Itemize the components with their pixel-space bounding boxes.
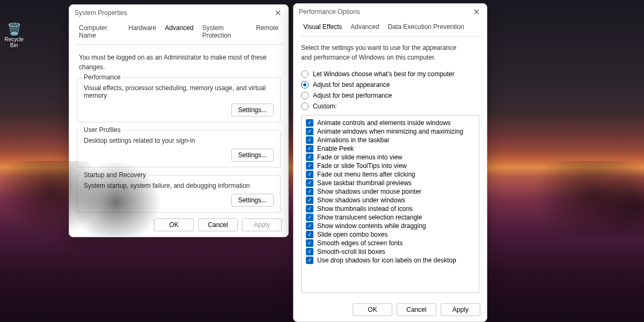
effect-item[interactable]: ✓Smooth-scroll list boxes xyxy=(306,247,474,256)
effect-item[interactable]: ✓Show shadows under mouse pointer xyxy=(306,187,474,196)
admin-notice: You must be logged on as an Administrato… xyxy=(79,53,281,72)
checkbox-icon: ✓ xyxy=(306,196,313,204)
radio-label: Adjust for best performance xyxy=(313,92,392,99)
radio-label: Let Windows choose what's best for my co… xyxy=(313,70,455,78)
checkbox-icon: ✓ xyxy=(306,153,313,161)
effect-item[interactable]: ✓Enable Peek xyxy=(306,144,474,153)
radio-icon xyxy=(301,103,309,110)
intro-text: Select the settings you want to use for … xyxy=(301,43,467,62)
group-legend: Performance xyxy=(82,74,123,81)
close-icon[interactable] xyxy=(472,7,481,17)
effect-label: Smooth-scroll list boxes xyxy=(317,248,385,255)
checkbox-icon: ✓ xyxy=(306,162,313,170)
effect-label: Fade or slide menus into view xyxy=(317,153,402,161)
effect-label: Fade out menu items after clicking xyxy=(317,171,415,178)
checkbox-icon: ✓ xyxy=(306,239,313,247)
recycle-bin-label: Recycle Bin xyxy=(4,36,24,48)
radio-icon xyxy=(301,81,309,89)
tab-system-protection[interactable]: System Protection xyxy=(198,21,252,45)
group-desc: System startup, system failure, and debu… xyxy=(84,181,274,194)
effect-item[interactable]: ✓Show shadows under windows xyxy=(306,196,474,204)
checkbox-icon: ✓ xyxy=(306,119,313,127)
cancel-button[interactable]: Cancel xyxy=(198,218,238,231)
checkbox-icon: ✓ xyxy=(306,257,313,264)
checkbox-icon: ✓ xyxy=(306,188,313,195)
perfopts-tabstrip: Visual Effects Advanced Data Execution P… xyxy=(294,18,487,36)
effect-label: Use drop shadows for icon labels on the … xyxy=(317,257,456,264)
effect-label: Animate controls and elements inside win… xyxy=(317,119,451,127)
startup-settings-button[interactable]: Settings... xyxy=(231,194,274,207)
effect-item[interactable]: ✓Animate controls and elements inside wi… xyxy=(306,119,474,127)
group-user-profiles: User Profiles Desktop settings related t… xyxy=(77,130,281,167)
tab-advanced[interactable]: Advanced xyxy=(160,21,197,45)
radio-icon xyxy=(301,92,309,99)
effect-item[interactable]: ✓Animations in the taskbar xyxy=(306,136,474,144)
checkbox-icon: ✓ xyxy=(306,171,313,178)
ok-button[interactable]: OK xyxy=(154,218,194,231)
group-startup-recovery: Startup and Recovery System startup, sys… xyxy=(77,175,281,213)
effect-item[interactable]: ✓Fade or slide menus into view xyxy=(306,153,474,162)
effect-label: Show shadows under windows xyxy=(317,196,405,204)
effect-label: Slide open combo boxes xyxy=(317,231,387,238)
effect-label: Show shadows under mouse pointer xyxy=(317,188,421,195)
performance-settings-button[interactable]: Settings... xyxy=(231,104,274,116)
trash-icon: 🗑️ xyxy=(2,23,26,36)
effect-item[interactable]: ✓Show window contents while dragging xyxy=(306,222,474,230)
checkbox-icon: ✓ xyxy=(306,128,313,135)
tab-computer-name[interactable]: Computer Name xyxy=(75,21,124,45)
radio-best-performance[interactable]: Adjust for best performance xyxy=(301,90,479,101)
tab-hardware[interactable]: Hardware xyxy=(124,21,160,45)
window-title: Performance Options xyxy=(299,8,360,16)
desktop-wallpaper: 🗑️ Recycle Bin System Properties Compute… xyxy=(0,0,644,322)
tab-remote[interactable]: Remote xyxy=(252,21,283,45)
group-legend: User Profiles xyxy=(82,126,123,134)
effect-label: Save taskbar thumbnail previews xyxy=(317,179,412,187)
radio-label: Custom: xyxy=(313,103,337,110)
system-properties-window: System Properties Computer Name Hardware… xyxy=(69,4,289,237)
checkbox-icon: ✓ xyxy=(306,214,313,221)
group-desc: Visual effects, processor scheduling, me… xyxy=(84,83,274,104)
effect-item[interactable]: ✓Fade out menu items after clicking xyxy=(306,170,474,179)
cancel-button[interactable]: Cancel xyxy=(397,303,436,316)
radio-label: Adjust for best appearance xyxy=(313,81,390,89)
close-icon[interactable] xyxy=(273,8,283,18)
checkbox-icon: ✓ xyxy=(306,248,313,255)
effect-item[interactable]: ✓Slide open combo boxes xyxy=(306,230,474,239)
sysprops-tabstrip: Computer Name Hardware Advanced System P… xyxy=(69,19,288,45)
effect-item[interactable]: ✓Show thumbnails instead of icons xyxy=(306,204,474,213)
effect-label: Animate windows when minimizing and maxi… xyxy=(317,128,463,135)
effect-item[interactable]: ✓Fade or slide ToolTips into view xyxy=(306,162,474,170)
visual-effects-listbox[interactable]: ✓Animate controls and elements inside wi… xyxy=(301,115,479,293)
effect-item[interactable]: ✓Animate windows when minimizing and max… xyxy=(306,127,474,136)
effect-label: Animations in the taskbar xyxy=(317,136,390,144)
apply-button[interactable]: Apply xyxy=(441,303,480,316)
radio-best-appearance[interactable]: Adjust for best appearance xyxy=(301,79,479,90)
effect-item[interactable]: ✓Smooth edges of screen fonts xyxy=(306,239,474,247)
performance-options-window: Performance Options Visual Effects Advan… xyxy=(293,3,487,322)
effect-label: Show translucent selection rectangle xyxy=(317,214,422,221)
radio-custom[interactable]: Custom: xyxy=(301,101,479,112)
effect-item[interactable]: ✓Show translucent selection rectangle xyxy=(306,213,474,222)
radio-auto[interactable]: Let Windows choose what's best for my co… xyxy=(301,69,479,79)
checkbox-icon: ✓ xyxy=(306,222,313,230)
effect-item[interactable]: ✓Save taskbar thumbnail previews xyxy=(306,179,474,187)
radio-icon xyxy=(301,70,309,78)
effect-item[interactable]: ✓Use drop shadows for icon labels on the… xyxy=(306,256,474,265)
tab-advanced[interactable]: Advanced xyxy=(346,20,383,36)
tab-dep[interactable]: Data Execution Prevention xyxy=(384,20,469,36)
effect-label: Smooth edges of screen fonts xyxy=(317,239,402,247)
checkbox-icon: ✓ xyxy=(306,179,313,187)
tab-visual-effects[interactable]: Visual Effects xyxy=(299,20,346,36)
ok-button[interactable]: OK xyxy=(353,303,392,316)
recycle-bin-icon[interactable]: 🗑️ Recycle Bin xyxy=(2,23,26,48)
apply-button[interactable]: Apply xyxy=(242,218,282,231)
group-performance: Performance Visual effects, processor sc… xyxy=(77,77,281,122)
effect-label: Enable Peek xyxy=(317,145,354,152)
group-legend: Startup and Recovery xyxy=(82,171,148,179)
window-title: System Properties xyxy=(75,9,127,17)
checkbox-icon: ✓ xyxy=(306,145,313,152)
effect-label: Fade or slide ToolTips into view xyxy=(317,162,407,170)
checkbox-icon: ✓ xyxy=(306,231,313,238)
effect-label: Show window contents while dragging xyxy=(317,222,426,230)
profiles-settings-button[interactable]: Settings... xyxy=(231,149,274,162)
